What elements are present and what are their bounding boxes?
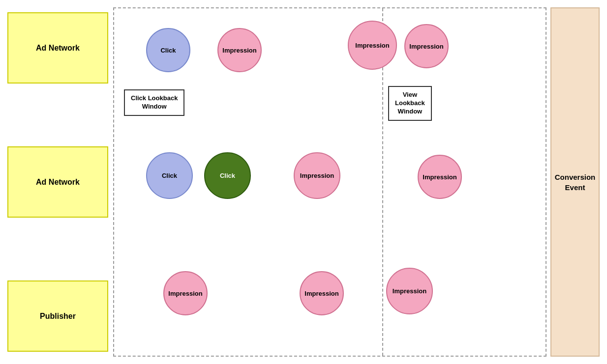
click-circle-green: Click (204, 152, 251, 199)
ad-network-label-2: Ad Network (7, 146, 108, 218)
impression-circle-6: Impression (163, 271, 208, 315)
impression-circle-7: Impression (300, 271, 344, 315)
ad-network-label-1: Ad Network (7, 12, 108, 84)
click-lookback-box: Click LookbackWindow (124, 89, 184, 116)
click-circle-2: Click (146, 152, 193, 199)
impression-circle-3: Impression (404, 24, 449, 68)
impression-circle-1: Impression (217, 28, 262, 72)
conversion-event-column: Conversion Event (550, 7, 600, 357)
left-column: Ad Network Ad Network Publisher (7, 7, 113, 357)
diagram-area: Click Impression Impression Impression C… (113, 7, 546, 357)
publisher-label: Publisher (7, 280, 108, 352)
impression-circle-5: Impression (418, 155, 462, 199)
main-container: Ad Network Ad Network Publisher Click Im… (0, 0, 607, 364)
view-lookback-box: ViewLookbackWindow (388, 86, 432, 121)
impression-circle-4: Impression (294, 152, 340, 199)
impression-circle-8: Impression (386, 268, 433, 314)
click-circle-1: Click (146, 28, 190, 72)
impression-circle-2: Impression (348, 21, 397, 70)
